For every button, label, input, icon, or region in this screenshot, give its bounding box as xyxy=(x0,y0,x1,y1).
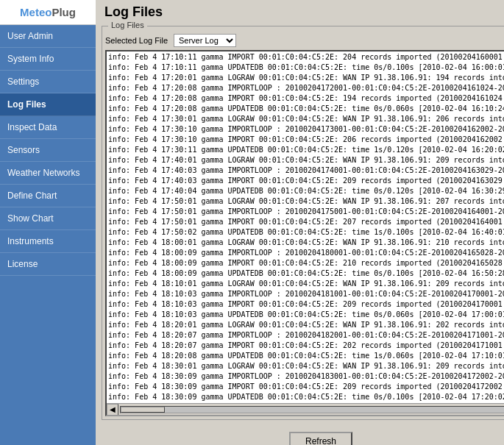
log-line: info: Feb 4 17:50:02 gamma UPDATEDB 00:0… xyxy=(108,227,504,238)
sidebar-item-instruments[interactable]: Instruments xyxy=(0,230,96,253)
sidebar-item-weather-networks[interactable]: Weather Networks xyxy=(0,162,96,185)
log-line: info: Feb 4 18:20:07 gamma IMPORTLOOP : … xyxy=(108,330,504,341)
log-lines: info: Feb 4 17:10:11 gamma IMPORT 00:01:… xyxy=(107,51,504,403)
log-line: info: Feb 4 17:40:03 gamma IMPORT 00:01:… xyxy=(108,176,504,186)
nav-menu: User AdminSystem InfoSettingsLog FilesIn… xyxy=(0,25,96,276)
log-line: info: Feb 4 17:40:01 gamma LOGRAW 00:01:… xyxy=(108,155,504,165)
log-line: info: Feb 4 17:30:10 gamma IMPORT 00:01:… xyxy=(108,135,504,145)
log-line: info: Feb 4 17:30:10 gamma IMPORTLOOP : … xyxy=(108,124,504,135)
log-line: info: Feb 4 17:40:03 gamma IMPORTLOOP : … xyxy=(108,165,504,176)
log-line: info: Feb 4 17:50:01 gamma LOGRAW 00:01:… xyxy=(108,196,504,207)
log-files-legend: Log Files xyxy=(108,21,147,29)
h-scroll-left-button[interactable]: ◀ xyxy=(107,404,118,416)
content-area: Log Files Selected Log File Server LogSy… xyxy=(96,23,504,426)
log-line: info: Feb 4 18:10:01 gamma LOGRAW 00:01:… xyxy=(108,279,504,289)
sidebar-item-sensors[interactable]: Sensors xyxy=(0,139,96,162)
main-content: Log Files Log Files Selected Log File Se… xyxy=(96,0,504,445)
log-line: info: Feb 4 18:30:01 gamma LOGRAW 00:01:… xyxy=(108,361,504,371)
sidebar-item-inspect-data[interactable]: Inspect Data xyxy=(0,116,96,139)
sidebar: MeteoPlug User AdminSystem InfoSettingsL… xyxy=(0,0,96,445)
logo-text: MeteoPlug xyxy=(20,6,76,18)
sidebar-item-define-chart[interactable]: Define Chart xyxy=(0,185,96,207)
sidebar-item-log-files[interactable]: Log Files xyxy=(0,93,96,116)
log-line: info: Feb 4 17:50:01 gamma IMPORT 00:01:… xyxy=(108,217,504,227)
log-line: info: Feb 4 18:20:07 gamma IMPORT 00:01:… xyxy=(108,341,504,351)
log-line: info: Feb 4 18:00:01 gamma LOGRAW 00:01:… xyxy=(108,238,504,248)
log-line: info: Feb 4 18:30:09 gamma UPDATEDB 00:0… xyxy=(108,392,504,402)
log-toolbar: Selected Log File Server LogSystem LogEr… xyxy=(105,34,504,47)
log-line: info: Feb 4 18:00:09 gamma IMPORT 00:01:… xyxy=(108,258,504,268)
log-line: info: Feb 4 18:30:09 gamma IMPORT 00:01:… xyxy=(108,382,504,392)
log-content-wrapper: info: Feb 4 17:10:11 gamma IMPORT 00:01:… xyxy=(105,50,504,416)
h-scroll-thumb[interactable] xyxy=(121,407,165,413)
footer-area: Refresh xyxy=(96,426,504,445)
page-header: Log Files xyxy=(96,0,504,23)
page-title: Log Files xyxy=(104,4,163,19)
log-line: info: Feb 4 18:20:08 gamma UPDATEDB 00:0… xyxy=(108,351,504,361)
log-line: info: Feb 4 18:20:01 gamma LOGRAW 00:01:… xyxy=(108,320,504,330)
log-line: info: Feb 4 17:10:11 gamma IMPORT 00:01:… xyxy=(108,52,504,63)
sidebar-item-license[interactable]: License xyxy=(0,253,96,276)
logo: MeteoPlug xyxy=(0,0,96,25)
log-line: info: Feb 4 17:20:08 gamma IMPORT 00:01:… xyxy=(108,93,504,104)
log-line: info: Feb 4 18:30:09 gamma IMPORTLOOP : … xyxy=(108,371,504,382)
h-scroll-track[interactable] xyxy=(120,406,504,413)
log-line: info: Feb 4 17:40:04 gamma UPDATEDB 00:0… xyxy=(108,186,504,196)
log-line: info: Feb 4 17:20:01 gamma LOGRAW 00:01:… xyxy=(108,73,504,83)
horizontal-scrollbar: ◀ ▶ xyxy=(107,403,504,415)
log-line: info: Feb 4 18:00:09 gamma UPDATEDB 00:0… xyxy=(108,268,504,279)
log-line: info: Feb 4 17:30:01 gamma LOGRAW 00:01:… xyxy=(108,114,504,124)
log-line: info: Feb 4 18:10:03 gamma IMPORT 00:01:… xyxy=(108,299,504,310)
log-line: info: Feb 4 17:20:08 gamma IMPORTLOOP : … xyxy=(108,83,504,93)
log-line: info: Feb 4 17:10:11 gamma UPDATEDB 00:0… xyxy=(108,63,504,73)
selected-log-label: Selected Log File xyxy=(105,36,168,45)
log-files-box: Log Files Selected Log File Server LogSy… xyxy=(102,26,504,420)
log-scroll-area[interactable]: info: Feb 4 17:10:11 gamma IMPORT 00:01:… xyxy=(107,51,504,403)
log-line: info: Feb 4 17:20:08 gamma UPDATEDB 00:0… xyxy=(108,104,504,114)
server-log-select[interactable]: Server LogSystem LogError Log xyxy=(174,34,236,47)
log-line: info: Feb 4 17:30:11 gamma UPDATEDB 00:0… xyxy=(108,145,504,155)
log-line: info: Feb 4 18:00:09 gamma IMPORTLOOP : … xyxy=(108,248,504,258)
log-line: info: Feb 4 17:50:01 gamma IMPORTLOOP : … xyxy=(108,207,504,217)
sidebar-item-show-chart[interactable]: Show Chart xyxy=(0,207,96,230)
sidebar-item-system-info[interactable]: System Info xyxy=(0,48,96,71)
sidebar-item-user-admin[interactable]: User Admin xyxy=(0,25,96,48)
log-line: info: Feb 4 18:10:03 gamma IMPORTLOOP : … xyxy=(108,289,504,299)
log-line: info: Feb 4 18:10:03 gamma UPDATEDB 00:0… xyxy=(108,310,504,320)
refresh-button[interactable]: Refresh xyxy=(289,432,352,445)
sidebar-item-settings[interactable]: Settings xyxy=(0,71,96,93)
